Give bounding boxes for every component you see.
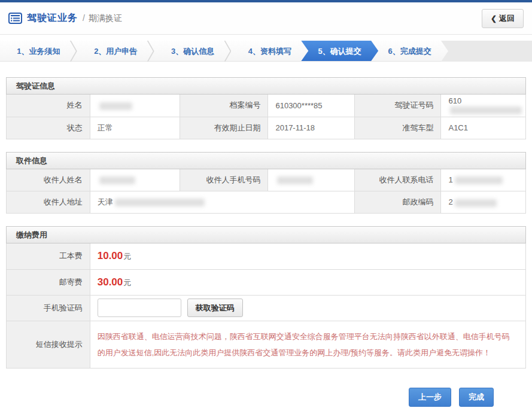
breadcrumb-separator: / bbox=[83, 13, 85, 23]
table-row: 收件人地址 天津 邮政编码 2 bbox=[7, 191, 526, 214]
vehicle-class-label: 准驾车型 bbox=[355, 117, 441, 139]
postal-code-value: 2 bbox=[441, 191, 526, 214]
captcha-label: 手机验证码 bbox=[7, 295, 90, 321]
table-row: 姓名 档案编号 610300****85 驾驶证号码 610 bbox=[7, 95, 526, 117]
recipient-name-label: 收件人姓名 bbox=[7, 169, 90, 191]
chevron-left-icon: ❮ bbox=[491, 14, 497, 23]
recipient-mobile-label: 收件人手机号码 bbox=[180, 169, 268, 191]
step-2-user-declaration[interactable]: 2、用户申告 bbox=[77, 41, 154, 61]
sms-notice-label: 短信接收提示 bbox=[7, 321, 90, 368]
file-no-label: 档案编号 bbox=[180, 95, 268, 117]
pickup-info-table: 收件人姓名 收件人手机号码 收件人联系电话 1 收件人地址 天津 邮政编码 2 bbox=[6, 169, 526, 214]
table-row: 工本费 10.00元 bbox=[7, 243, 526, 269]
status-label: 状态 bbox=[7, 117, 90, 139]
redacted-blur bbox=[450, 106, 522, 114]
status-value: 正常 bbox=[90, 117, 180, 139]
complete-button[interactable]: 完成 bbox=[459, 388, 494, 407]
file-no-value: 610300****85 bbox=[268, 95, 355, 117]
recipient-phone-value: 1 bbox=[441, 169, 526, 191]
fees-table: 工本费 10.00元 邮寄费 30.00元 手机验证码 获取验证码 短信接收提示 bbox=[6, 243, 526, 369]
footer-actions: 上一步 完成 bbox=[0, 388, 494, 407]
previous-step-button[interactable]: 上一步 bbox=[409, 388, 451, 407]
back-button-label: 返回 bbox=[499, 13, 515, 24]
step-5-confirm-submit-active[interactable]: 5、确认提交 bbox=[301, 41, 378, 61]
pickup-section-title: 取件信息 bbox=[6, 152, 526, 169]
table-row: 手机验证码 获取验证码 bbox=[7, 295, 526, 321]
fees-section: 缴纳费用 工本费 10.00元 邮寄费 30.00元 手机验证码 获取验证码 短… bbox=[6, 226, 526, 369]
step-wizard: 1、业务须知 2、用户申告 3、确认信息 4、资料填写 5、确认提交 6、完成提… bbox=[0, 41, 532, 62]
table-row: 邮寄费 30.00元 bbox=[7, 269, 526, 295]
redacted-blur bbox=[455, 176, 503, 184]
sms-notice-text: 因陕西省联通、电信运营商技术问题，陕西省互联网交通安全综合服务管理平台无法向持陕… bbox=[98, 328, 513, 361]
form-list-icon bbox=[8, 13, 22, 24]
back-button[interactable]: ❮ 返回 bbox=[482, 9, 524, 28]
redacted-blur bbox=[455, 199, 497, 207]
name-label: 姓名 bbox=[7, 95, 90, 117]
postal-code-label: 邮政编码 bbox=[355, 191, 441, 214]
redacted-blur bbox=[277, 176, 313, 184]
breadcrumb-current: /期满换证 bbox=[83, 13, 122, 24]
fees-section-title: 缴纳费用 bbox=[6, 226, 526, 243]
license-no-value: 610 bbox=[441, 95, 526, 117]
breadcrumb: 驾驶证业务 /期满换证 bbox=[8, 12, 482, 25]
captcha-input[interactable] bbox=[98, 299, 181, 317]
sms-notice-cell: 因陕西省联通、电信运营商技术问题，陕西省互联网交通安全综合服务管理平台无法向持陕… bbox=[90, 321, 525, 368]
production-fee-value: 10.00元 bbox=[90, 243, 525, 269]
step-3-confirm-info[interactable]: 3、确认信息 bbox=[154, 41, 232, 61]
recipient-address-label: 收件人地址 bbox=[7, 191, 90, 214]
step-6-complete-submit[interactable]: 6、完成提交 bbox=[371, 41, 448, 61]
mailing-fee-value: 30.00元 bbox=[90, 269, 525, 295]
recipient-phone-label: 收件人联系电话 bbox=[355, 169, 441, 191]
mailing-fee-amount: 30.00 bbox=[98, 276, 123, 288]
table-row: 状态 正常 有效期止日期 2017-11-18 准驾车型 A1C1 bbox=[7, 117, 526, 139]
license-info-table: 姓名 档案编号 610300****85 驾驶证号码 610 状态 正常 有效期… bbox=[6, 95, 526, 139]
production-fee-unit: 元 bbox=[123, 252, 131, 261]
step-4-fill-data[interactable]: 4、资料填写 bbox=[231, 41, 308, 61]
recipient-name-value bbox=[90, 169, 180, 191]
step-1-business-notice[interactable]: 1、业务须知 bbox=[0, 41, 77, 61]
mailing-fee-unit: 元 bbox=[123, 278, 131, 287]
license-info-section: 驾驶证信息 姓名 档案编号 610300****85 驾驶证号码 610 状态 … bbox=[6, 77, 526, 139]
valid-until-value: 2017-11-18 bbox=[268, 117, 355, 139]
table-row: 短信接收提示 因陕西省联通、电信运营商技术问题，陕西省互联网交通安全综合服务管理… bbox=[7, 321, 526, 368]
production-fee-label: 工本费 bbox=[7, 243, 90, 269]
recipient-address-value: 天津 bbox=[90, 191, 355, 214]
mailing-fee-label: 邮寄费 bbox=[7, 269, 90, 295]
step-bar-filler bbox=[441, 41, 532, 62]
production-fee-amount: 10.00 bbox=[98, 250, 123, 261]
redacted-blur bbox=[99, 102, 132, 110]
license-section-title: 驾驶证信息 bbox=[6, 77, 526, 95]
redacted-blur bbox=[99, 176, 135, 184]
table-row: 收件人姓名 收件人手机号码 收件人联系电话 1 bbox=[7, 169, 526, 191]
valid-until-label: 有效期止日期 bbox=[180, 117, 268, 139]
pickup-info-section: 取件信息 收件人姓名 收件人手机号码 收件人联系电话 1 收件人地址 天津 邮政… bbox=[6, 152, 526, 214]
page-header: 驾驶证业务 /期满换证 ❮ 返回 bbox=[0, 2, 532, 35]
captcha-cell: 获取验证码 bbox=[90, 295, 525, 321]
license-no-label: 驾驶证号码 bbox=[355, 95, 441, 117]
name-value bbox=[90, 95, 180, 117]
page-title: 驾驶证业务 bbox=[27, 12, 78, 25]
get-captcha-button[interactable]: 获取验证码 bbox=[187, 299, 243, 317]
breadcrumb-current-label: 期满换证 bbox=[89, 13, 122, 23]
vehicle-class-value: A1C1 bbox=[441, 117, 526, 139]
recipient-mobile-value bbox=[268, 169, 355, 191]
redacted-blur bbox=[115, 199, 205, 206]
